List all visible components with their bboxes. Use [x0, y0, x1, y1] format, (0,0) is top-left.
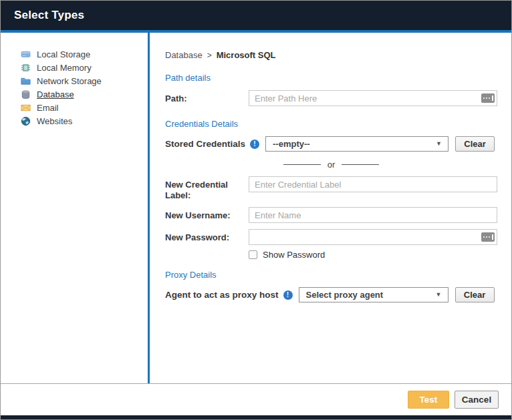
sidebar-item-label: Local Storage	[37, 49, 90, 59]
chevron-down-icon	[436, 141, 442, 147]
sidebar-item-label: Network Storage	[37, 76, 102, 86]
proxy-agent-select[interactable]: Select proxy agent	[299, 287, 449, 302]
sidebar-item-email[interactable]: Email	[1, 101, 148, 114]
dialog-body: Local Storage Local Memory Network Stora…	[1, 33, 511, 383]
divider-line	[283, 164, 321, 165]
sidebar-item-label: Local Memory	[37, 63, 92, 73]
new-username-input[interactable]	[249, 207, 497, 223]
bottom-accent-bar	[1, 415, 511, 419]
chevron-down-icon	[436, 292, 442, 298]
path-label: Path:	[165, 90, 249, 104]
stored-credentials-label: Stored Credentials	[165, 139, 245, 149]
proxy-agent-value: Select proxy agent	[306, 290, 384, 300]
new-credential-label-input[interactable]	[249, 176, 497, 192]
drive-icon	[21, 49, 31, 59]
proxy-agent-label: Agent to act as proxy host	[165, 290, 279, 300]
path-input[interactable]	[249, 90, 497, 106]
new-password-input[interactable]	[249, 229, 497, 245]
insert-variable-icon[interactable]	[481, 232, 495, 242]
sidebar-item-local-memory[interactable]: Local Memory	[1, 61, 148, 74]
dialog-footer: Test Cancel	[1, 383, 511, 415]
sidebar-item-local-storage[interactable]: Local Storage	[1, 47, 148, 61]
sidebar-item-network-storage[interactable]: Network Storage	[1, 74, 148, 87]
globe-icon	[21, 116, 31, 126]
envelope-icon	[21, 103, 31, 113]
folder-icon	[21, 76, 31, 86]
dialog-titlebar: Select Types	[1, 1, 511, 30]
sidebar-item-database[interactable]: Database	[1, 87, 148, 101]
stored-credentials-row: Stored Credentials --empty-- Clear	[165, 136, 497, 152]
insert-variable-icon[interactable]	[481, 93, 495, 103]
clear-proxy-agent-button[interactable]: Clear	[455, 287, 495, 302]
show-password-row: Show Password	[249, 249, 497, 260]
breadcrumb: Database > Microsoft SQL	[165, 50, 497, 60]
path-input-wrap	[249, 90, 497, 106]
new-credential-label-wrap	[249, 176, 497, 192]
clear-stored-credentials-button[interactable]: Clear	[455, 136, 495, 152]
sidebar-item-label: Database	[37, 89, 74, 99]
database-icon	[21, 89, 31, 99]
proxy-agent-row: Agent to act as proxy host Select proxy …	[165, 287, 497, 302]
sidebar-item-label: Websites	[37, 116, 72, 126]
new-credential-label-label: New Credential Label:	[165, 176, 249, 201]
breadcrumb-separator-icon: >	[207, 51, 212, 60]
dialog-title: Select Types	[14, 9, 84, 22]
breadcrumb-current: Microsoft SQL	[217, 50, 276, 60]
new-username-label: New Username:	[165, 207, 249, 221]
credentials-details-heading: Credentials Details	[165, 119, 497, 129]
info-icon[interactable]	[283, 290, 293, 300]
type-sidebar: Local Storage Local Memory Network Stora…	[1, 33, 150, 383]
or-text: or	[328, 160, 336, 170]
cancel-button[interactable]: Cancel	[455, 391, 499, 409]
path-row: Path:	[165, 90, 497, 106]
new-password-wrap	[249, 229, 497, 245]
show-password-checkbox[interactable]	[249, 250, 257, 259]
proxy-details-heading: Proxy Details	[165, 270, 497, 280]
info-icon[interactable]	[250, 140, 259, 149]
new-username-row: New Username:	[165, 207, 497, 223]
sidebar-item-label: Email	[37, 103, 59, 113]
new-credential-label-row: New Credential Label:	[165, 176, 497, 201]
type-config-panel: Database > Microsoft SQL Path details Pa…	[150, 33, 511, 383]
stored-credentials-value: --empty--	[273, 139, 310, 149]
new-password-label: New Password:	[165, 229, 249, 243]
stored-credentials-select[interactable]: --empty--	[265, 136, 449, 152]
sidebar-item-websites[interactable]: Websites	[1, 114, 148, 128]
new-username-wrap	[249, 207, 497, 223]
new-password-row: New Password:	[165, 229, 497, 245]
test-button[interactable]: Test	[408, 391, 449, 409]
or-divider: or	[165, 160, 497, 170]
divider-line	[342, 164, 379, 165]
select-types-dialog: Select Types Local Storage Local Memor	[0, 0, 512, 420]
path-details-heading: Path details	[165, 73, 497, 83]
chip-icon	[21, 63, 31, 73]
breadcrumb-parent[interactable]: Database	[165, 50, 203, 60]
show-password-label: Show Password	[263, 250, 325, 260]
